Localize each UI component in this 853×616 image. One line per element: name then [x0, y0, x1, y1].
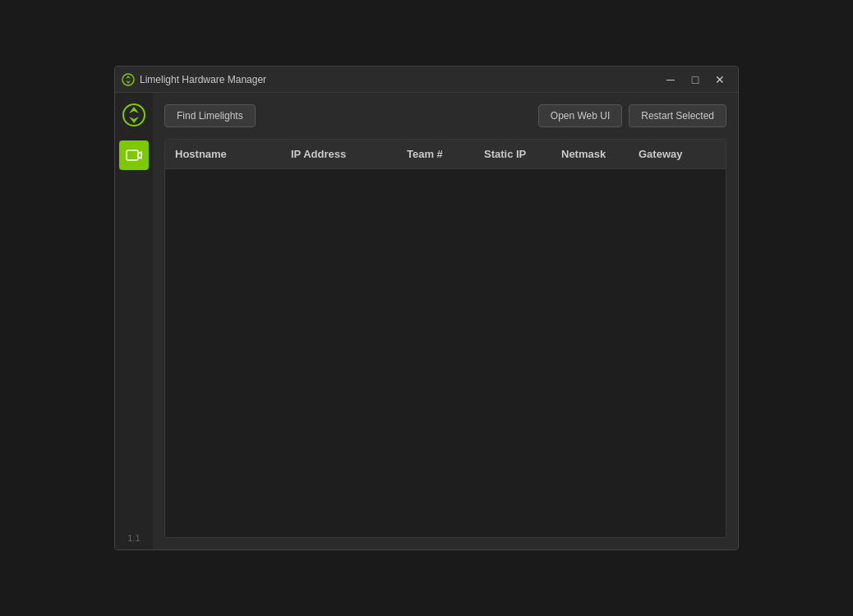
window-title: Limelight Hardware Manager: [140, 74, 659, 85]
device-table: Hostname IP Address Team # Static IP Net…: [164, 139, 726, 538]
sidebar-logo: [122, 103, 146, 127]
main-content: Find Limelights Open Web UI Restart Sele…: [153, 93, 738, 549]
find-limelights-button[interactable]: Find Limelights: [164, 104, 256, 127]
col-gateway: Gateway: [639, 148, 716, 160]
window-body: 1.1 Find Limelights Open Web UI Restart …: [115, 93, 738, 549]
sidebar-item-camera[interactable]: [119, 140, 149, 170]
sidebar: 1.1: [115, 93, 153, 549]
table-header: Hostname IP Address Team # Static IP Net…: [165, 140, 726, 169]
col-team: Team #: [407, 148, 484, 160]
title-bar: Limelight Hardware Manager ─ □ ✕: [115, 67, 738, 93]
toolbar-left: Find Limelights: [164, 104, 538, 127]
svg-rect-2: [127, 150, 138, 160]
minimize-button[interactable]: ─: [659, 71, 682, 88]
close-button[interactable]: ✕: [708, 71, 731, 88]
restart-selected-button[interactable]: Restart Selected: [629, 104, 726, 127]
col-ip-address: IP Address: [291, 148, 407, 160]
col-hostname: Hostname: [175, 148, 291, 160]
col-static-ip: Static IP: [484, 148, 561, 160]
toolbar-right: Open Web UI Restart Selected: [538, 104, 726, 127]
maximize-button[interactable]: □: [684, 71, 707, 88]
window-controls: ─ □ ✕: [659, 71, 731, 88]
col-netmask: Netmask: [561, 148, 639, 160]
table-body: [165, 169, 726, 537]
open-web-ui-button[interactable]: Open Web UI: [538, 104, 622, 127]
version-label: 1.1: [127, 533, 140, 543]
main-window: Limelight Hardware Manager ─ □ ✕: [114, 66, 739, 550]
toolbar: Find Limelights Open Web UI Restart Sele…: [164, 104, 726, 127]
app-icon: [122, 73, 135, 86]
